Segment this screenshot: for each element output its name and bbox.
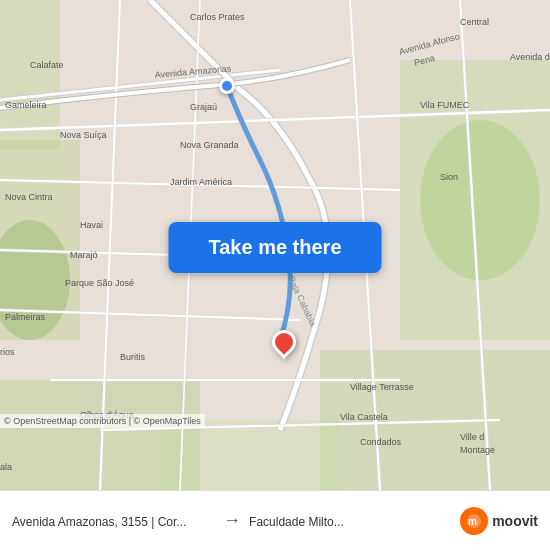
osm-credit: © OpenStreetMap contributors | © OpenMap… xyxy=(0,414,205,428)
direction-arrow: → xyxy=(223,510,241,531)
from-location: Avenida Amazonas, 3155 | Cor... xyxy=(12,512,215,530)
moovit-icon: m xyxy=(460,507,488,535)
to-location-text: Faculdade Milto... xyxy=(249,515,344,529)
destination-pin xyxy=(272,330,296,354)
moovit-logo: m moovit xyxy=(460,507,538,535)
origin-pin xyxy=(219,78,235,94)
moovit-logo-svg: m xyxy=(465,512,483,530)
to-location: Faculdade Milto... xyxy=(249,512,452,530)
take-me-there-button[interactable]: Take me there xyxy=(168,222,381,273)
svg-text:m: m xyxy=(468,516,477,527)
moovit-logo-text: moovit xyxy=(492,513,538,529)
map-container: Calafate Gameleira Carlos Prates Nova Su… xyxy=(0,0,550,490)
from-location-text: Avenida Amazonas, 3155 | Cor... xyxy=(12,515,186,529)
bottom-bar: Avenida Amazonas, 3155 | Cor... → Faculd… xyxy=(0,490,550,550)
